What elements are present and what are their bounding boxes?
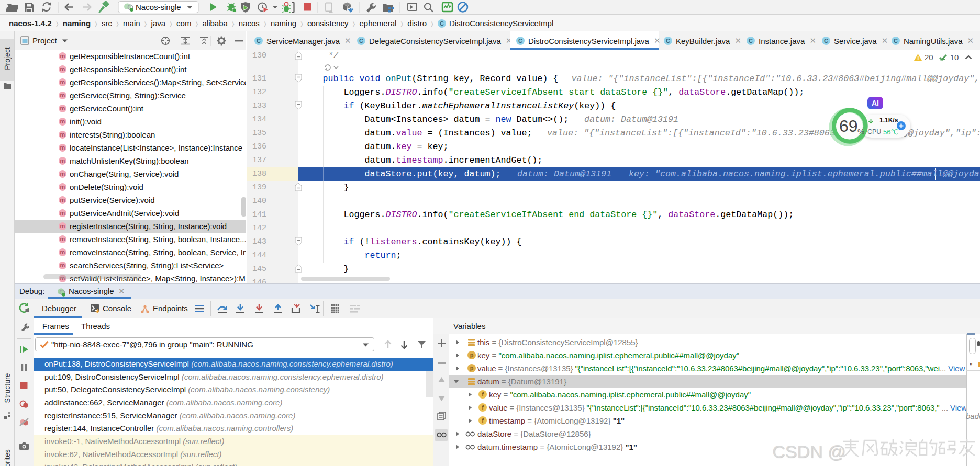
svg-text:Nacos-single: Nacos-single <box>136 3 181 12</box>
